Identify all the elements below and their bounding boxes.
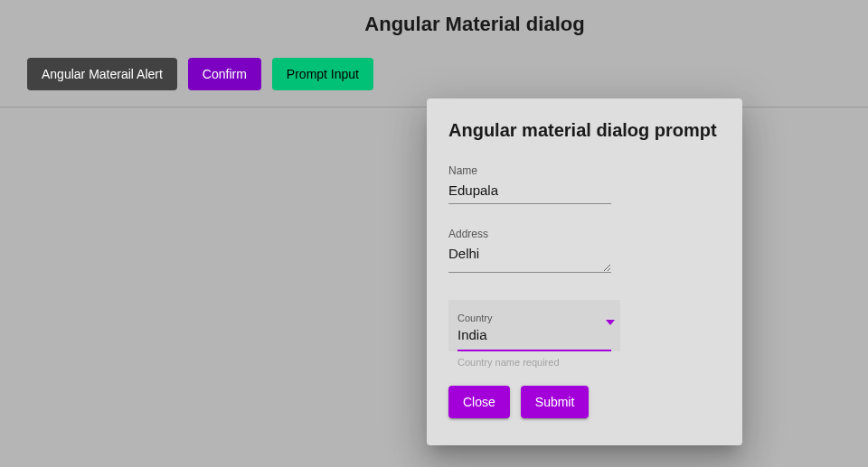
country-hint: Country name required [458,357,721,368]
name-field: Name [448,164,721,204]
country-value: India [458,325,611,351]
submit-button[interactable]: Submit [521,386,590,418]
dialog-title: Angular material dialog prompt [448,120,721,141]
dialog-actions: Close Submit [448,386,721,418]
country-label: Country [458,313,493,323]
close-button[interactable]: Close [448,386,510,418]
name-input[interactable] [448,181,611,204]
chevron-down-icon [606,320,615,325]
prompt-button[interactable]: Prompt Input [272,58,373,90]
address-field: Address Delhi [448,228,721,276]
header-panel: Angular Material dialog Angular Materail… [0,0,868,107]
country-field[interactable]: Country India [448,300,620,351]
name-label: Name [448,164,721,177]
page-title: Angular Material dialog [108,13,841,36]
address-label: Address [448,228,721,240]
button-row: Angular Materail Alert Confirm Prompt In… [27,58,841,90]
prompt-dialog: Angular material dialog prompt Name Addr… [427,98,742,445]
confirm-button[interactable]: Confirm [188,58,261,90]
alert-button[interactable]: Angular Materail Alert [27,58,177,90]
address-input[interactable]: Delhi [448,244,611,273]
